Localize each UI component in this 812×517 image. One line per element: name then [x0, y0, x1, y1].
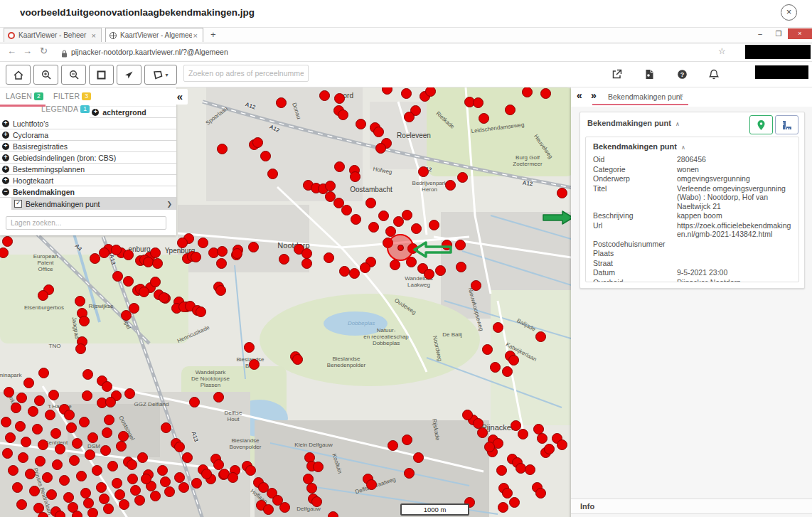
bekendmaking-dot[interactable] — [455, 240, 466, 250]
bekendmaking-dot[interactable] — [130, 485, 141, 496]
bekendmaking-dot[interactable] — [366, 479, 377, 490]
notifications-button[interactable] — [706, 67, 722, 81]
layer-item[interactable]: +Hoogtekaart — [0, 175, 176, 186]
layer-item[interactable]: +Cyclorama — [0, 129, 176, 141]
bekendmaking-dot[interactable] — [99, 247, 109, 258]
bekendmaking-dot[interactable] — [324, 252, 334, 263]
expand-layer-icon[interactable]: + — [2, 143, 9, 150]
bekendmaking-dot[interactable] — [191, 252, 201, 262]
bekendmaking-dot[interactable] — [319, 90, 330, 101]
bekendmaking-dot[interactable] — [473, 97, 484, 108]
bekendmaking-dot[interactable] — [411, 223, 422, 234]
bekendmaking-dot[interactable] — [215, 285, 226, 296]
bekendmaking-dot[interactable] — [313, 462, 324, 472]
bekendmaking-dot[interactable] — [505, 105, 515, 115]
bekendmaking-dot[interactable] — [557, 439, 567, 450]
bekendmaking-dot[interactable] — [11, 403, 21, 413]
bekendmaking-dot[interactable] — [152, 258, 163, 269]
bekendmaking-dot[interactable] — [124, 388, 135, 399]
bekendmaking-dot[interactable] — [50, 428, 61, 439]
bekendmaking-dot[interactable] — [38, 290, 48, 301]
bekendmaking-dot[interactable] — [90, 253, 100, 264]
bekendmaking-dot[interactable] — [402, 435, 412, 445]
bekendmaking-dot[interactable] — [249, 359, 260, 370]
sublayer-bekendmakingen-punt[interactable]: ✓ Bekendmakingen punt ❯ — [11, 198, 176, 210]
bekendmaking-dot[interactable] — [102, 427, 112, 438]
bekendmaking-dot[interactable] — [334, 161, 345, 172]
bekendmaking-dot[interactable] — [118, 431, 129, 442]
bekendmaking-dot[interactable] — [85, 449, 95, 460]
bekendmaking-dot[interactable] — [23, 378, 34, 388]
bekendmaking-dot[interactable] — [349, 268, 360, 279]
bekendmaking-dot[interactable] — [535, 331, 546, 342]
bekendmaking-dot[interactable] — [462, 410, 473, 420]
bekendmaking-dot[interactable] — [157, 465, 168, 476]
expand-layer-icon[interactable]: + — [2, 177, 9, 184]
bekendmaking-dot[interactable] — [150, 247, 161, 258]
bekendmaking-dot[interactable] — [16, 393, 27, 403]
details-tab[interactable]: Bekendmakingen punt — [608, 92, 683, 101]
bekendmaking-dot[interactable] — [418, 166, 429, 177]
bekendmaking-dot[interactable] — [45, 410, 55, 420]
bekendmaking-dot[interactable] — [127, 474, 138, 484]
bekendmaking-dot[interactable] — [260, 151, 271, 161]
info-section-header[interactable]: Info — [571, 499, 812, 514]
bekendmaking-dot[interactable] — [201, 469, 212, 479]
bekendmaking-dot[interactable] — [69, 455, 80, 466]
bekendmaking-dot[interactable] — [252, 137, 263, 148]
bekendmaking-dot[interactable] — [311, 496, 322, 507]
bekendmaking-dot[interactable] — [4, 387, 14, 398]
bekendmaking-dot[interactable] — [198, 238, 208, 248]
bookmark-star-icon[interactable]: ☆ — [718, 46, 726, 56]
bekendmaking-dot[interactable] — [445, 180, 456, 191]
bekendmaking-dot[interactable] — [174, 472, 185, 483]
bekendmaking-dot[interactable] — [12, 482, 23, 493]
bekendmaking-dot[interactable] — [160, 476, 171, 487]
checkbox-checked-icon[interactable]: ✓ — [14, 200, 22, 208]
bekendmaking-dot[interactable] — [83, 498, 94, 508]
bekendmaking-dot[interactable] — [388, 440, 398, 451]
locate-button[interactable] — [117, 65, 141, 85]
tab-close-icon[interactable]: × — [90, 31, 97, 40]
bekendmaking-dot[interactable] — [134, 495, 145, 506]
collapse-layer-icon[interactable]: − — [2, 188, 9, 196]
layer-search-input[interactable] — [6, 216, 166, 230]
window-close-button[interactable]: × — [788, 28, 812, 39]
bekendmaking-dot[interactable] — [373, 127, 384, 137]
bekendmaking-dot[interactable] — [484, 442, 495, 452]
bekendmaking-dot[interactable] — [99, 494, 109, 504]
help-button[interactable]: ? — [674, 67, 690, 81]
bekendmaking-dot[interactable] — [213, 392, 224, 403]
layer-item[interactable]: +achtergrond — [90, 107, 176, 118]
bekendmaking-dot[interactable] — [350, 171, 360, 182]
bekendmaking-dot[interactable] — [502, 488, 513, 499]
bekendmaking-dot[interactable] — [325, 181, 336, 191]
bekendmaking-dot[interactable] — [456, 262, 466, 272]
bekendmaking-dot[interactable] — [52, 459, 63, 470]
bekendmaking-dot[interactable] — [80, 488, 91, 499]
bekendmaking-dot[interactable] — [263, 504, 274, 515]
bekendmaking-dot[interactable] — [182, 452, 193, 463]
layer-item[interactable]: +Basisregistraties — [0, 141, 176, 152]
bekendmaking-dot[interactable] — [114, 489, 125, 500]
bekendmaking-dot[interactable] — [292, 354, 303, 365]
bekendmaking-dot[interactable] — [544, 444, 555, 454]
bekendmaking-dot[interactable] — [100, 445, 111, 456]
select-shape-button[interactable]: ▾ — [144, 65, 177, 85]
bekendmaking-dot[interactable] — [16, 499, 27, 510]
bekendmaking-dot[interactable] — [75, 296, 85, 307]
bekendmaking-dot[interactable] — [139, 287, 149, 297]
sublayer-options-icon[interactable]: ❯ — [166, 201, 172, 208]
tab-close-icon[interactable]: × — [192, 31, 199, 40]
share-button[interactable] — [609, 67, 624, 81]
bekendmaking-dot[interactable] — [72, 511, 82, 517]
viewer-close-icon[interactable]: × — [781, 4, 797, 21]
bekendmaking-dot[interactable] — [502, 366, 513, 377]
bekendmaking-dot[interactable] — [479, 113, 489, 124]
zoom-out-button[interactable] — [61, 65, 86, 85]
layer-item[interactable]: +Luchtfoto's — [0, 118, 176, 129]
bekendmaking-dot[interactable] — [137, 452, 148, 463]
bekendmaking-dot[interactable] — [339, 266, 350, 277]
feature-card-title[interactable]: Bekendmakingen punt∧ — [587, 119, 680, 127]
bekendmaking-dot[interactable] — [228, 472, 238, 483]
